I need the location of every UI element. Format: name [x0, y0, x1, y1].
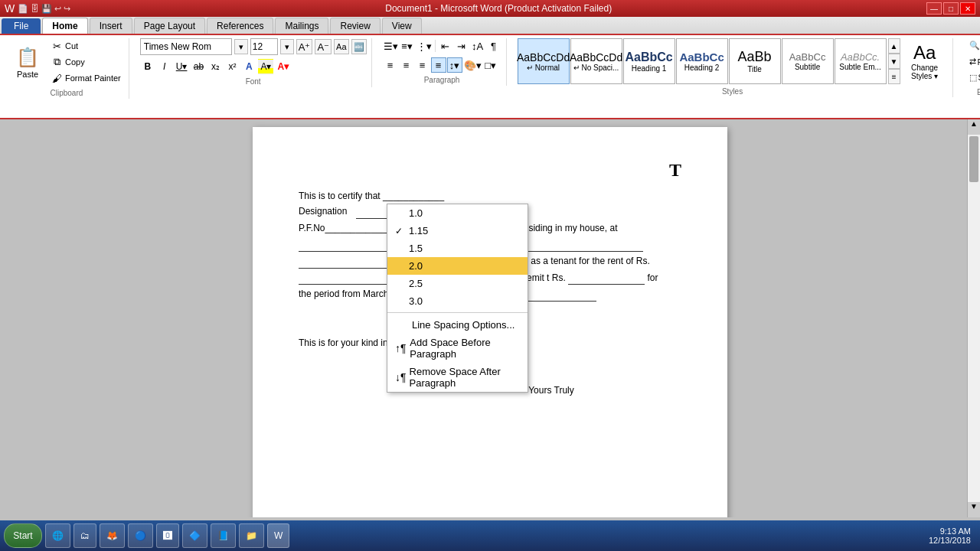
line-spacing-button[interactable]: ↕▾ — [447, 57, 462, 73]
italic-button[interactable]: I — [157, 59, 172, 74]
taskbar-icon-facebook[interactable]: 📘 — [211, 523, 236, 548]
font-color-button[interactable]: A▾ — [275, 59, 291, 74]
spacing-2-5[interactable]: 2.5 — [387, 275, 528, 292]
bold-button[interactable]: B — [140, 59, 155, 74]
change-styles-label: ChangeStyles ▾ — [911, 64, 938, 80]
paragraph-group-label: Paragraph — [424, 73, 460, 84]
change-styles-button[interactable]: Aa ChangeStyles ▾ — [902, 38, 948, 84]
clear-formatting-button[interactable]: Aa — [334, 39, 348, 54]
select-button[interactable]: ⬚ Select ▾ — [964, 70, 980, 85]
tab-mailings[interactable]: Mailings — [275, 18, 328, 34]
align-right-button[interactable]: ≡ — [415, 57, 430, 73]
font-name-input[interactable] — [140, 38, 232, 55]
copy-button[interactable]: ⧉ Copy — [47, 54, 124, 70]
taskbar-icon-ie[interactable]: 🌐 — [45, 523, 70, 548]
style-subtitle[interactable]: AaBbCc Subtitle — [782, 38, 834, 84]
font-group-label: Font — [246, 74, 261, 86]
styles-scroll-up[interactable]: ▲ — [888, 38, 900, 54]
tab-insert[interactable]: Insert — [90, 18, 132, 34]
shading-button[interactable]: 🎨▾ — [463, 57, 482, 73]
style-subtle-emphasis[interactable]: AaBbCc. Subtle Em... — [835, 38, 887, 84]
scroll-down-button[interactable]: ▼ — [968, 502, 980, 517]
taskbar-icon-browser2[interactable]: 🔷 — [182, 523, 207, 548]
taskbar-icon-chrome[interactable]: 🔵 — [128, 523, 153, 548]
spacing-1-5[interactable]: 1.5 — [387, 240, 528, 257]
maximize-button[interactable]: □ — [943, 2, 959, 15]
change-styles-icon: Aa — [913, 42, 936, 64]
select-icon: ⬚ — [969, 73, 977, 83]
minimize-button[interactable]: — — [926, 2, 942, 15]
align-center-button[interactable]: ≡ — [399, 57, 414, 73]
line-spacing-options[interactable]: Line Spacing Options... — [387, 315, 528, 334]
editing-group-label: Editing — [977, 85, 980, 96]
justify-button[interactable]: ≡ — [431, 57, 446, 73]
spacing-2-0[interactable]: 2.0 — [387, 257, 528, 275]
underline-button[interactable]: U▾ — [174, 59, 190, 74]
taskbar-icon-windows[interactable]: 🗂 — [74, 523, 96, 548]
style-no-spacing[interactable]: AaBbCcDd ↵ No Spaci... — [570, 38, 622, 84]
styles-scroll-down[interactable]: ▼ — [888, 54, 900, 69]
scroll-thumb[interactable] — [969, 136, 978, 182]
taskbar-time: 9:13 AM — [929, 527, 971, 536]
font-grow-button[interactable]: A⁺ — [296, 39, 313, 54]
tab-view[interactable]: View — [382, 18, 422, 34]
tab-references[interactable]: References — [207, 18, 273, 34]
font-shrink-button[interactable]: A⁻ — [315, 39, 332, 54]
font-size-dropdown[interactable]: ▾ — [280, 39, 294, 54]
scrollbar[interactable]: ▲ ▼ — [967, 119, 980, 517]
spacing-3-0[interactable]: 3.0 — [387, 292, 528, 310]
style-heading2[interactable]: AaBbCc Heading 2 — [676, 38, 728, 84]
bullets-button[interactable]: ☰▾ — [383, 38, 399, 54]
editing-group: 🔍 Find ▾ ⇄ Replace ⬚ Select ▾ Editing — [959, 38, 980, 98]
style-normal[interactable]: AaBbCcDd ↵ Normal — [518, 38, 570, 84]
taskbar-icon-opera[interactable]: 🅾 — [156, 523, 179, 548]
styles-more[interactable]: ≡ — [888, 69, 900, 84]
font-name-dropdown[interactable]: ▾ — [234, 39, 248, 54]
multilevel-list-button[interactable]: ⋮▾ — [416, 38, 433, 54]
decrease-indent-button[interactable]: ⇤ — [438, 38, 453, 54]
font-size-input[interactable] — [250, 38, 278, 55]
start-button[interactable]: Start — [4, 523, 42, 548]
superscript-button[interactable]: x² — [224, 59, 240, 74]
taskbar-icon-word[interactable]: W — [267, 523, 289, 548]
scroll-up-button[interactable]: ▲ — [968, 119, 980, 135]
format-painter-button[interactable]: 🖌 Format Painter — [47, 70, 124, 86]
increase-indent-button[interactable]: ⇥ — [454, 38, 469, 54]
borders-button[interactable]: □▾ — [483, 57, 498, 73]
style-heading1[interactable]: AaBbCc Heading 1 — [623, 38, 675, 84]
find-icon: 🔍 — [969, 41, 980, 51]
text-highlight-button[interactable]: A▾ — [258, 59, 273, 74]
align-left-button[interactable]: ≡ — [383, 57, 398, 73]
add-space-before-paragraph[interactable]: ↑¶ Add Space Before Paragraph — [387, 334, 528, 363]
font-extra-button[interactable]: 🔤 — [351, 39, 367, 54]
numbering-button[interactable]: ≡▾ — [400, 38, 415, 54]
find-button[interactable]: 🔍 Find ▾ — [964, 38, 980, 53]
spacing-1-15[interactable]: ✓ 1.15 — [387, 222, 528, 240]
sort-button[interactable]: ↕A — [470, 38, 485, 54]
style-title[interactable]: AaBb Title — [729, 38, 781, 84]
clipboard-group: 📋 Paste ✂ Cut ⧉ Copy 🖌 Format Painter — [5, 38, 129, 99]
taskbar-icon-firefox[interactable]: 🦊 — [100, 523, 125, 548]
paste-button[interactable]: 📋 Paste — [9, 38, 46, 86]
close-button[interactable]: ✕ — [960, 2, 975, 15]
paste-label: Paste — [17, 70, 38, 79]
strikethrough-button[interactable]: ab — [191, 59, 206, 74]
show-hide-button[interactable]: ¶ — [486, 38, 501, 54]
title-bar: W 📄 🗄 💾 ↩ ↪ Document1 - Microsoft Word (… — [0, 0, 980, 17]
replace-button[interactable]: ⇄ Replace — [964, 54, 980, 69]
tab-page-layout[interactable]: Page Layout — [134, 18, 205, 34]
subscript-button[interactable]: x₂ — [207, 59, 223, 74]
taskbar-icon-folder[interactable]: 📁 — [239, 523, 264, 548]
text-effects-button[interactable]: A — [241, 59, 256, 74]
cut-button[interactable]: ✂ Cut — [47, 38, 124, 54]
tab-review[interactable]: Review — [330, 18, 380, 34]
spacing-1-0[interactable]: 1.0 — [387, 204, 528, 222]
remove-space-after-paragraph[interactable]: ↓¶ Remove Space After Paragraph — [387, 363, 528, 392]
line-spacing-dropdown: 1.0 ✓ 1.15 1.5 2.0 2.5 3.0 Line Spacing … — [387, 204, 528, 393]
facebook-icon: 📘 — [217, 530, 229, 541]
tab-file[interactable]: File — [2, 18, 41, 34]
replace-icon: ⇄ — [969, 57, 976, 67]
format-painter-icon: 🖌 — [51, 72, 63, 84]
doc-line-1: This is to certify that ____________ — [299, 190, 681, 203]
tab-home[interactable]: Home — [42, 18, 87, 34]
